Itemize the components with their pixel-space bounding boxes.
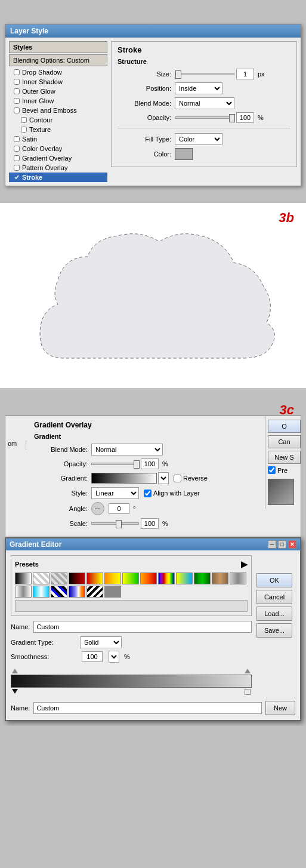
style-item-inner-shadow[interactable]: Inner Shadow — [9, 77, 107, 87]
gradient-dropdown[interactable]: ▼ — [158, 472, 169, 484]
style-item-bevel-emboss[interactable]: Bevel and Emboss — [9, 106, 107, 115]
preset-white-gray[interactable] — [15, 586, 32, 598]
gradient-overlay-checkbox[interactable] — [14, 155, 20, 161]
presets-title: Presets ▶ — [15, 559, 248, 569]
fill-type-label: Fill Type: — [118, 136, 171, 143]
preset-silver[interactable] — [230, 572, 246, 584]
size-input[interactable] — [236, 69, 254, 79]
go-opacity-slider[interactable] — [91, 463, 139, 465]
smoothness-input[interactable] — [82, 651, 103, 662]
top-stop-left[interactable] — [12, 667, 18, 673]
structure-title: Structure — [118, 58, 290, 65]
ge-load-button[interactable]: Load... — [256, 607, 292, 621]
bottom-stop-white[interactable] — [245, 689, 251, 695]
color-row: Color: — [118, 148, 290, 160]
presets-scroll[interactable] — [15, 600, 248, 612]
blend-mode-select[interactable]: Normal — [175, 97, 234, 109]
minimize-button[interactable]: ─ — [268, 540, 276, 549]
angle-input[interactable] — [109, 503, 129, 514]
style-item-drop-shadow[interactable]: Drop Shadow — [9, 67, 107, 77]
style-item-satin[interactable]: Satin — [9, 134, 107, 144]
preview-checkbox[interactable] — [268, 466, 276, 474]
style-item-pattern-overlay[interactable]: Pattern Overlay — [9, 163, 107, 173]
preset-yellow-blue[interactable] — [176, 572, 193, 584]
angle-dial[interactable] — [91, 502, 104, 515]
opacity-input[interactable] — [236, 112, 254, 123]
top-stop-right[interactable] — [245, 667, 251, 673]
go-scale-slider[interactable] — [91, 522, 139, 525]
go-style-select[interactable]: Linear Radial Angle — [91, 487, 139, 499]
pattern-overlay-checkbox[interactable] — [14, 165, 20, 171]
preset-stripe[interactable] — [51, 586, 67, 598]
style-item-stroke[interactable]: Stroke — [9, 173, 107, 182]
drop-shadow-checkbox[interactable] — [14, 69, 20, 75]
preset-rainbow[interactable] — [158, 572, 175, 584]
preset-gray[interactable] — [104, 586, 121, 598]
preset-checker2[interactable] — [51, 572, 67, 584]
align-layer-checkbox[interactable] — [144, 490, 152, 497]
style-item-outer-glow[interactable]: Outer Glow — [9, 87, 107, 96]
bottom-stop-black[interactable] — [12, 689, 18, 695]
size-slider[interactable] — [175, 73, 234, 75]
preset-bw[interactable] — [15, 572, 32, 584]
ge-ok-button[interactable]: OK — [256, 573, 292, 587]
bevel-emboss-checkbox[interactable] — [14, 107, 20, 113]
preset-diag[interactable] — [86, 586, 103, 598]
scale-input[interactable] — [141, 518, 159, 529]
preset-red-yellow[interactable] — [86, 572, 103, 584]
presets-arrow[interactable]: ▶ — [241, 559, 248, 569]
stroke-checkbox[interactable] — [14, 174, 20, 180]
satin-checkbox[interactable] — [14, 136, 20, 142]
opacity-row: Opacity: % — [118, 112, 290, 123]
maximize-button[interactable]: □ — [278, 540, 286, 549]
position-select[interactable]: Inside Outside Center — [175, 82, 222, 94]
cancel-button[interactable]: Can — [268, 435, 301, 448]
inner-shadow-checkbox[interactable] — [14, 79, 20, 85]
gradient-overlay-panel: om Gradient Overlay Gradient Blend Mode:… — [5, 415, 301, 537]
preset-green-sheen[interactable] — [194, 572, 211, 584]
preset-yellow-green[interactable] — [122, 572, 139, 584]
reverse-checkbox[interactable] — [174, 475, 181, 482]
style-item-gradient-overlay[interactable]: Gradient Overlay — [9, 153, 107, 163]
fill-type-select[interactable]: Color Gradient Pattern — [175, 133, 222, 145]
smoothness-arrows[interactable]: ▲▼ — [109, 651, 119, 663]
style-item-color-overlay[interactable]: Color Overlay — [9, 144, 107, 153]
name-input[interactable] — [33, 621, 252, 633]
preset-checker[interactable] — [33, 572, 50, 584]
close-button[interactable]: ✕ — [288, 540, 296, 549]
gradient-type-select[interactable]: Solid Noise — [80, 636, 122, 648]
contour-checkbox[interactable] — [21, 117, 27, 123]
preset-black-red[interactable] — [69, 572, 85, 584]
preview-row: Pre — [268, 466, 298, 474]
inner-glow-checkbox[interactable] — [14, 98, 20, 104]
go-opacity-input[interactable] — [141, 458, 159, 469]
ok-button[interactable]: O — [268, 420, 301, 433]
style-item-contour[interactable]: Contour — [9, 115, 107, 125]
ge-name-input[interactable] — [33, 702, 262, 714]
gradient-bar[interactable] — [11, 675, 252, 688]
texture-checkbox[interactable] — [21, 127, 27, 133]
ge-new-button[interactable]: New — [265, 701, 295, 715]
preset-orange[interactable] — [104, 572, 121, 584]
preset-cyan-white[interactable] — [33, 586, 50, 598]
style-item-inner-glow[interactable]: Inner Glow — [9, 96, 107, 106]
ge-save-button[interactable]: Save... — [256, 623, 292, 638]
color-swatch[interactable] — [175, 148, 193, 160]
go-blend-mode-select[interactable]: Normal — [91, 444, 163, 455]
opacity-slider[interactable] — [175, 116, 234, 119]
style-item-texture[interactable]: Texture — [9, 125, 107, 134]
preset-multi[interactable] — [69, 586, 85, 598]
outer-glow-checkbox[interactable] — [14, 88, 20, 94]
blending-options[interactable]: Blending Options: Custom — [9, 54, 107, 66]
divider1 — [118, 128, 290, 128]
preset-brown[interactable] — [212, 572, 228, 584]
gradient-preview[interactable] — [91, 473, 157, 484]
opacity-label: Opacity: — [118, 114, 171, 121]
color-overlay-checkbox[interactable] — [14, 146, 20, 152]
styles-header[interactable]: Styles — [9, 41, 107, 53]
preset-sunset[interactable] — [140, 572, 157, 584]
go-angle-row: Angle: ° — [34, 502, 296, 515]
new-style-button[interactable]: New S — [268, 451, 301, 464]
ge-cancel-button[interactable]: Cancel — [256, 590, 292, 604]
angle-unit: ° — [133, 505, 135, 512]
